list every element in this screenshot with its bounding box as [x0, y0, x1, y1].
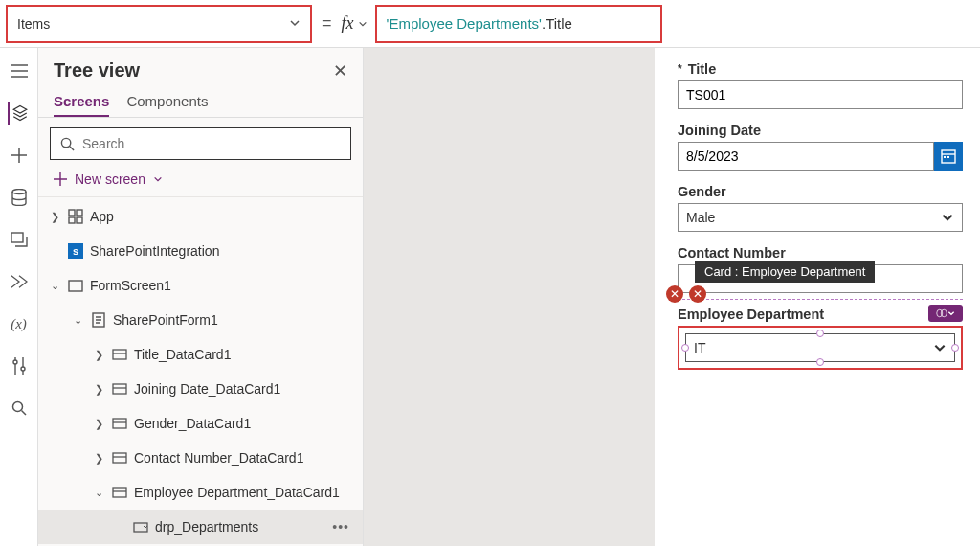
tree-node-formscreen[interactable]: ⌄ FormScreen1	[38, 268, 363, 303]
tree-view-icon[interactable]	[8, 102, 31, 125]
chevron-down-icon	[933, 341, 947, 354]
datacard-icon	[111, 380, 128, 398]
node-label: App	[90, 209, 114, 224]
fx-button[interactable]: fx	[342, 13, 368, 34]
joining-date-card: Joining Date	[678, 123, 963, 171]
chevron-down-icon	[153, 174, 163, 184]
joining-date-input[interactable]	[678, 142, 934, 171]
copilot-badge[interactable]	[928, 305, 963, 322]
datacard-icon	[111, 484, 128, 501]
resize-handle[interactable]	[951, 344, 959, 352]
property-dropdown[interactable]: Items	[6, 5, 312, 43]
svg-text:s: s	[73, 245, 78, 257]
data-icon[interactable]	[8, 186, 31, 209]
app-icon	[67, 208, 84, 225]
more-icon[interactable]: •••	[332, 519, 349, 535]
tree-node-contact-datacard[interactable]: ❯ Contact Number_DataCard1	[38, 441, 363, 475]
svg-rect-14	[113, 350, 126, 359]
svg-point-4	[12, 402, 22, 412]
node-label: SharePointForm1	[113, 312, 218, 328]
tree-node-sharepoint-integration[interactable]: ❯ s SharePointIntegration	[38, 234, 363, 268]
card-tooltip: Card : Employee Department	[695, 261, 875, 283]
formula-bar: Items = fx 'Employee Departments'.Title	[0, 0, 980, 48]
title-input[interactable]	[678, 80, 963, 109]
search-icon[interactable]	[8, 397, 31, 420]
resize-handle[interactable]	[816, 330, 824, 337]
formula-input-highlight[interactable]: 'Employee Departments'.Title	[375, 5, 662, 43]
chevron-down-icon	[941, 211, 954, 224]
contact-label: Contact Number	[678, 245, 786, 261]
svg-rect-17	[113, 453, 126, 463]
tree-view-title: Tree view	[54, 59, 140, 81]
error-badge-icon[interactable]: ✕	[666, 285, 683, 303]
property-name: Items	[17, 16, 50, 32]
chevron-down-icon	[289, 16, 301, 32]
selected-control-highlight: IT	[678, 326, 963, 370]
chevron-down-icon: ⌄	[48, 280, 61, 292]
chevron-down-icon	[947, 309, 955, 317]
svg-rect-8	[69, 217, 75, 223]
error-badge-icon[interactable]: ✕	[689, 285, 706, 303]
gender-label: Gender	[678, 184, 726, 199]
hamburger-icon[interactable]	[8, 59, 31, 82]
dept-value: IT	[694, 340, 705, 355]
tree-tabs: Screens Components	[38, 87, 363, 118]
power-automate-icon[interactable]	[8, 270, 31, 293]
tree-node-title-datacard[interactable]: ❯ Title_DataCard1	[38, 337, 363, 372]
node-label: drp_Departments	[155, 519, 258, 535]
main-area: (x) Tree view ✕ Screens Components New s…	[0, 48, 980, 546]
new-screen-button[interactable]: New screen	[38, 166, 363, 197]
tree-node-app[interactable]: ❯ App	[38, 199, 363, 234]
svg-point-24	[941, 309, 947, 317]
datacard-icon	[111, 415, 128, 432]
svg-point-0	[12, 190, 26, 194]
chevron-down-icon: ⌄	[71, 314, 84, 327]
datacard-icon	[111, 449, 128, 466]
form-preview: *Title Joining Date Gender Male	[655, 48, 980, 546]
tree-view-panel: Tree view ✕ Screens Components New scree…	[38, 48, 364, 546]
title-label: Title	[688, 61, 717, 77]
datacard-icon	[111, 346, 128, 363]
tree-node-sharepointform[interactable]: ⌄ SharePointForm1	[38, 303, 363, 337]
svg-rect-18	[113, 488, 126, 497]
search-field[interactable]	[82, 136, 341, 151]
svg-point-5	[61, 138, 70, 147]
required-asterisk: *	[678, 62, 682, 76]
chevron-right-icon: ❯	[92, 452, 105, 465]
node-label: Contact Number_DataCard1	[134, 450, 303, 466]
media-icon[interactable]	[8, 228, 31, 251]
tree-node-joining-date-datacard[interactable]: ❯ Joining Date_DataCard1	[38, 372, 363, 406]
svg-rect-15	[113, 384, 126, 394]
contact-number-card: Contact Number Card : Employee Departmen…	[678, 245, 963, 293]
chevron-right-icon: ❯	[92, 349, 105, 361]
plus-icon[interactable]	[8, 144, 31, 167]
variables-icon[interactable]: (x)	[8, 312, 31, 335]
plus-icon	[54, 172, 67, 186]
screen-icon	[67, 277, 84, 294]
tree-node-dept-datacard[interactable]: ⌄ Employee Department_DataCard1	[38, 475, 363, 510]
gender-dropdown[interactable]: Male	[678, 203, 963, 232]
search-input[interactable]	[50, 127, 351, 160]
tab-screens[interactable]: Screens	[54, 87, 109, 117]
chevron-down-icon	[358, 19, 368, 29]
node-label: Gender_DataCard1	[134, 416, 251, 431]
tree-node-drp-departments[interactable]: ❯ drp_Departments •••	[38, 510, 363, 544]
chevron-right-icon: ❯	[48, 211, 61, 223]
employee-department-card: Employee Department IT	[678, 307, 963, 370]
chevron-down-icon: ⌄	[92, 487, 105, 499]
node-label: Employee Department_DataCard1	[134, 485, 340, 500]
sharepoint-icon: s	[67, 242, 84, 260]
chevron-right-icon: ❯	[92, 383, 105, 396]
tools-icon[interactable]	[8, 354, 31, 377]
dropdown-icon	[132, 518, 149, 535]
left-toolbar: (x)	[0, 48, 38, 546]
resize-handle[interactable]	[681, 344, 689, 352]
tab-components[interactable]: Components	[126, 87, 208, 117]
resize-handle[interactable]	[816, 358, 824, 366]
close-icon[interactable]: ✕	[333, 60, 347, 81]
node-label: FormScreen1	[90, 278, 171, 293]
node-label: Title_DataCard1	[134, 347, 231, 362]
calendar-button[interactable]	[934, 142, 963, 171]
tree-node-gender-datacard[interactable]: ❯ Gender_DataCard1	[38, 406, 363, 441]
svg-rect-1	[11, 233, 23, 242]
